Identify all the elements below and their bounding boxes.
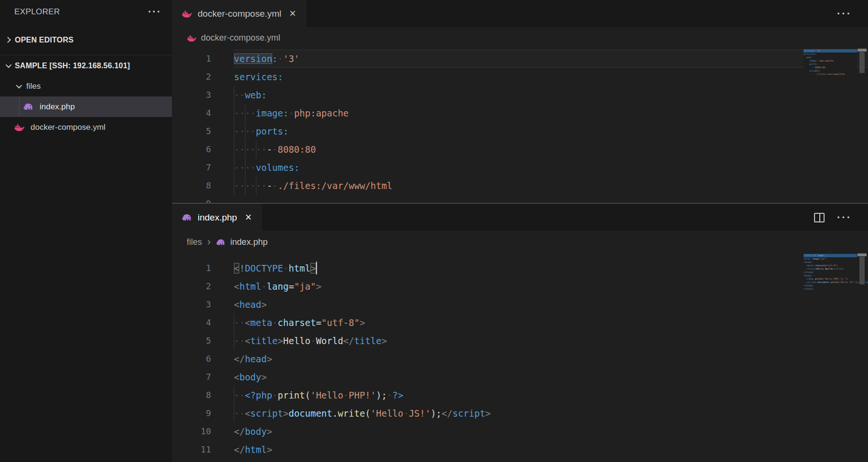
line-number: 4 bbox=[172, 104, 211, 122]
docker-whale-icon bbox=[181, 9, 192, 18]
code-line-text[interactable]: <body> bbox=[234, 368, 868, 386]
line-number: 1 bbox=[172, 259, 211, 277]
file-name: index.php bbox=[40, 102, 75, 112]
breadcrumb-file[interactable]: docker-compose.yml bbox=[201, 33, 280, 43]
docker-whale-icon bbox=[14, 123, 25, 132]
scrollbar-thumb[interactable] bbox=[859, 257, 865, 284]
code-line-text[interactable]: <html·lang="ja"> bbox=[234, 277, 868, 295]
tab-index-php[interactable]: index.php × bbox=[172, 204, 262, 231]
code-line-5: 5····ports: bbox=[172, 122, 868, 140]
code-line-text[interactable]: ··<script>document.write('Hello·JS!');</… bbox=[234, 404, 868, 422]
code-line-text[interactable] bbox=[234, 195, 868, 203]
breadcrumb-folder[interactable]: files bbox=[187, 237, 202, 247]
vscode-window: EXPLORER ··· OPEN EDITORS SAMPLE [SSH: 1… bbox=[0, 0, 868, 462]
code-line-text[interactable]: ····volumes: bbox=[234, 158, 868, 177]
line-number: 3 bbox=[172, 86, 211, 104]
line-number: 4 bbox=[172, 314, 211, 332]
code-line-text[interactable]: </html> bbox=[234, 441, 868, 459]
workspace-section-header[interactable]: SAMPLE [SSH: 192.168.56.101] bbox=[0, 55, 172, 76]
chevron-down-icon bbox=[6, 62, 12, 68]
chevron-separator-icon: › bbox=[207, 236, 211, 248]
code-line-text[interactable]: ······-·8080:80 bbox=[234, 140, 868, 158]
code-line-text[interactable]: services: bbox=[234, 68, 868, 86]
tab-bar-top: docker-compose.yml × ··· bbox=[172, 0, 868, 28]
code-line-8: 8··<?php·print('Hello·PHP!');·?> bbox=[172, 386, 868, 404]
minimap[interactable]: version: '3'services: web: image: php:ap… bbox=[804, 48, 857, 203]
code-line-4: 4····image:·php:apache bbox=[172, 104, 868, 122]
code-line-text[interactable]: <!DOCTYPE·html> bbox=[234, 259, 868, 277]
code-line-10: 10</body> bbox=[172, 422, 868, 441]
code-line-text[interactable]: ······-·./files:/var/www/html bbox=[234, 177, 868, 195]
code-line-text[interactable]: ··web: bbox=[234, 86, 868, 104]
code-line-7: 7····volumes: bbox=[172, 158, 868, 177]
php-elephant-icon bbox=[181, 213, 192, 222]
code-line-text[interactable]: <head> bbox=[234, 295, 868, 314]
folder-name: files bbox=[26, 82, 41, 91]
code-line-6: 6······-·8080:80 bbox=[172, 140, 868, 158]
line-number: 6 bbox=[172, 140, 211, 158]
more-actions-icon[interactable]: ··· bbox=[837, 12, 852, 16]
code-lines: 1version:·'3'2services:3··web:4····image… bbox=[172, 48, 868, 203]
breadcrumb: files › index.php bbox=[172, 231, 868, 252]
tree-item-index-php[interactable]: index.php bbox=[0, 96, 172, 117]
close-icon[interactable]: × bbox=[245, 212, 251, 223]
open-editors-section-header[interactable]: OPEN EDITORS bbox=[0, 30, 172, 50]
open-editors-label: OPEN EDITORS bbox=[15, 36, 74, 44]
tree-item-files-folder[interactable]: files bbox=[0, 76, 172, 96]
code-lines: 1<!DOCTYPE·html>2<html·lang="ja">3<head>… bbox=[172, 252, 868, 462]
overview-ruler bbox=[857, 48, 868, 203]
code-line-text[interactable]: version:·'3' bbox=[234, 50, 868, 68]
code-line-text[interactable]: ··<title>Hello·World</title> bbox=[234, 332, 868, 350]
line-number: 7 bbox=[172, 158, 211, 177]
docker-whale-icon bbox=[187, 33, 197, 42]
code-line-1: 1version:·'3' bbox=[172, 50, 868, 68]
code-editor-docker-compose: 1version:·'3'2services:3··web:4····image… bbox=[172, 48, 868, 203]
code-line-3: 3··web: bbox=[172, 86, 868, 104]
code-line-text[interactable]: ··<meta·charset="utf-8"> bbox=[234, 314, 868, 332]
code-line-4: 4··<meta·charset="utf-8"> bbox=[172, 314, 868, 332]
code-line-text[interactable]: ····ports: bbox=[234, 122, 868, 140]
line-number: 5 bbox=[172, 332, 211, 350]
close-icon[interactable]: × bbox=[289, 8, 296, 19]
code-line-9: 9 bbox=[172, 195, 868, 203]
code-line-5: 5··<title>Hello·World</title> bbox=[172, 332, 868, 350]
cursor-marker bbox=[857, 49, 867, 52]
minimap[interactable]: <!DOCTYPE html><html lang="ja"><head> <m… bbox=[804, 252, 857, 462]
tab-docker-compose[interactable]: docker-compose.yml × bbox=[172, 0, 306, 27]
code-line-text[interactable]: ····image:·php:apache bbox=[234, 104, 868, 122]
scrollbar-thumb[interactable] bbox=[859, 52, 865, 73]
line-number: 10 bbox=[172, 422, 211, 441]
line-number: 3 bbox=[172, 295, 211, 314]
tree-item-docker-compose[interactable]: docker-compose.yml bbox=[0, 117, 172, 137]
code-line-text[interactable] bbox=[234, 459, 868, 462]
workspace-label: SAMPLE [SSH: 192.168.56.101] bbox=[15, 62, 130, 70]
overview-ruler bbox=[857, 252, 868, 462]
editor-group-top: docker-compose.yml × ··· docker-compose.… bbox=[172, 0, 868, 203]
explorer-sidebar: EXPLORER ··· OPEN EDITORS SAMPLE [SSH: 1… bbox=[0, 0, 172, 462]
file-name: docker-compose.yml bbox=[31, 123, 106, 132]
indent-guide bbox=[19, 96, 20, 117]
explorer-more-actions-icon[interactable]: ··· bbox=[148, 10, 161, 14]
chevron-right-icon bbox=[5, 37, 11, 43]
cursor-marker bbox=[857, 253, 867, 256]
code-line-text[interactable]: </body> bbox=[234, 422, 868, 441]
split-editor-icon[interactable] bbox=[814, 213, 825, 222]
code-line-1: 1<!DOCTYPE·html> bbox=[172, 259, 868, 277]
code-line-text[interactable]: ··<?php·print('Hello·PHP!');·?> bbox=[234, 386, 868, 404]
code-line-2: 2services: bbox=[172, 68, 868, 86]
breadcrumb-file[interactable]: index.php bbox=[230, 237, 267, 247]
more-actions-icon[interactable]: ··· bbox=[837, 216, 852, 220]
code-line-3: 3<head> bbox=[172, 295, 868, 314]
tab-label: docker-compose.yml bbox=[198, 9, 281, 19]
line-number: 8 bbox=[172, 177, 211, 195]
code-line-11: 11</html> bbox=[172, 441, 868, 459]
code-line-text[interactable]: </head> bbox=[234, 350, 868, 368]
line-number: 5 bbox=[172, 122, 211, 140]
explorer-title: EXPLORER bbox=[14, 7, 60, 17]
line-number: 12 bbox=[172, 459, 211, 462]
php-elephant-icon bbox=[23, 102, 34, 111]
text-cursor bbox=[316, 262, 317, 274]
code-line-6: 6</head> bbox=[172, 350, 868, 368]
php-elephant-icon bbox=[216, 238, 226, 247]
editor-group-bottom: index.php × ··· files › index.php 1<!DOC… bbox=[172, 203, 868, 462]
